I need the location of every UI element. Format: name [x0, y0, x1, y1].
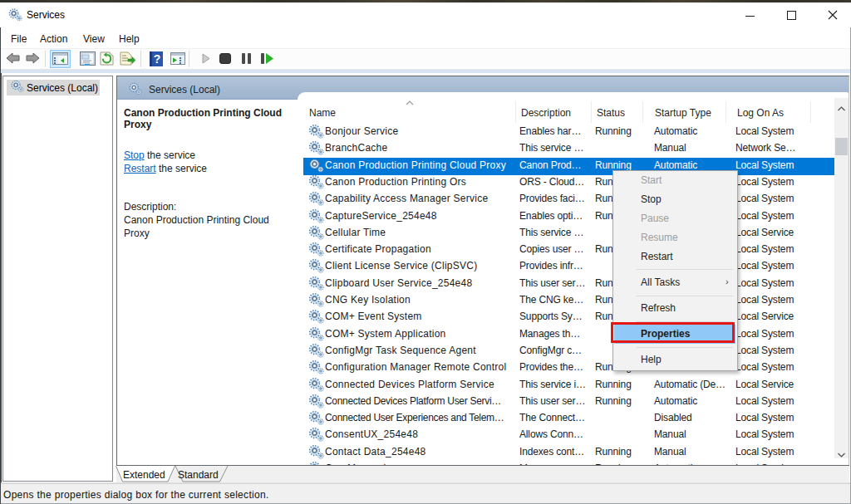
svg-text:?: ?	[154, 52, 161, 66]
